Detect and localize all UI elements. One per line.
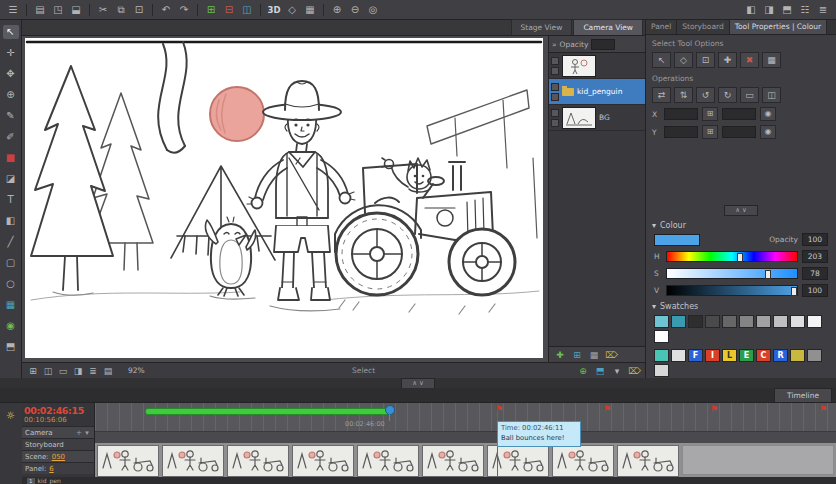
panel-view-icon[interactable]: ⬒ — [3, 340, 19, 354]
drawing-canvas[interactable] — [25, 38, 543, 358]
group-selection-icon[interactable]: ▦ — [762, 52, 781, 68]
colour-swatch[interactable] — [790, 349, 805, 362]
layer-lock-toggle[interactable] — [551, 119, 559, 127]
layer-row[interactable] — [549, 53, 645, 79]
duplicate-layer-icon[interactable]: ▦ — [588, 348, 600, 362]
marker-flag-icon[interactable]: ⚑ — [819, 404, 827, 414]
saturation-slider-handle[interactable] — [765, 270, 771, 279]
layer-grid-icon[interactable]: ▦ — [3, 298, 19, 312]
add-keyframe-icon[interactable]: + — [75, 429, 83, 437]
colour-swatch[interactable]: R — [773, 349, 788, 362]
layer-lock-toggle[interactable] — [551, 67, 559, 75]
panel-thumbnail[interactable] — [617, 445, 679, 477]
layout-menu-icon[interactable]: ≣ — [815, 3, 831, 17]
hue-value[interactable]: 203 — [802, 250, 828, 263]
layer-row[interactable]: BG — [549, 105, 645, 131]
colour-swatch[interactable] — [688, 315, 703, 328]
flip-vertical-icon[interactable]: ⇅ — [674, 87, 693, 103]
collapse-panel-icon[interactable]: » — [552, 40, 557, 49]
colour-swatch[interactable] — [654, 330, 669, 343]
panel-thumbnail[interactable] — [357, 445, 419, 477]
line-tool-icon[interactable]: ╱ — [3, 235, 19, 249]
rotate-cw-icon[interactable]: ↻ — [718, 87, 737, 103]
saturation-value[interactable]: 78 — [802, 267, 828, 280]
clear-selection-icon[interactable]: ✖ — [740, 52, 759, 68]
scene-value-link[interactable]: 050 — [52, 453, 65, 461]
colour-swatch[interactable]: E — [739, 349, 754, 362]
delete-layer-icon[interactable]: ⌦ — [605, 348, 617, 362]
distribute-icon[interactable]: ◫ — [762, 87, 781, 103]
hue-slider[interactable] — [666, 251, 798, 262]
paint-tool-icon[interactable]: ◧ — [3, 214, 19, 228]
camera-icon[interactable]: ◇ — [284, 3, 300, 17]
new-scene-icon[interactable]: ▤ — [32, 3, 48, 17]
main-menu-icon[interactable]: ☰ — [5, 3, 21, 17]
panel-thumbnail[interactable] — [422, 445, 484, 477]
panel-toggle-icon[interactable]: ⬒ — [594, 364, 606, 378]
redo-icon[interactable]: ↷ — [176, 3, 192, 17]
eraser-tool-icon[interactable]: ◪ — [3, 172, 19, 186]
pivot-centre-icon[interactable]: ◉ — [760, 125, 776, 139]
saturation-slider[interactable] — [666, 268, 798, 279]
colour-swatch[interactable] — [654, 349, 669, 362]
ellipse-tool-icon[interactable]: ○ — [3, 277, 19, 291]
grid-icon[interactable]: ▦ — [302, 3, 318, 17]
select-tool-icon[interactable]: ↖ — [652, 52, 671, 68]
timeline-ruler[interactable]: 00:02:46:00 ⚑ ⚑ ⚑ ⚑ — [95, 403, 836, 431]
transform-tool-icon[interactable]: ✛ — [3, 46, 19, 60]
colour-swatch[interactable] — [654, 315, 669, 328]
chevron-down-icon[interactable]: ▾ — [652, 221, 656, 230]
rotate-ccw-icon[interactable]: ↺ — [696, 87, 715, 103]
snap-option-icon[interactable]: ⊡ — [696, 52, 715, 68]
colour-swatch[interactable] — [756, 315, 771, 328]
panel-thumbnail[interactable] — [162, 445, 224, 477]
x-input[interactable] — [664, 108, 698, 120]
cut-icon[interactable]: ✂ — [95, 3, 111, 17]
value-slider[interactable] — [666, 285, 798, 296]
zoom-tool-icon[interactable]: ⊕ — [3, 88, 19, 102]
colour-swatch[interactable]: C — [756, 349, 771, 362]
layer-visibility-toggle[interactable] — [551, 57, 559, 65]
tab-tool-properties-colour[interactable]: Tool Properties | Colour — [730, 20, 827, 34]
undo-icon[interactable]: ↶ — [158, 3, 174, 17]
onion-skin-icon[interactable]: ◉ — [3, 319, 19, 333]
add-layer-icon[interactable]: ✚ — [554, 348, 566, 362]
storyboard-track-header[interactable]: Storyboard — [22, 438, 94, 450]
rows-view-icon[interactable]: ▤ — [102, 364, 114, 378]
pivot-grid-icon[interactable]: ⊞ — [702, 107, 718, 121]
layer-row-selected[interactable]: kid_penguin — [549, 79, 645, 105]
fit-to-panel-icon[interactable]: ▭ — [740, 87, 759, 103]
hue-slider-handle[interactable] — [737, 253, 743, 262]
lightbulb-icon[interactable]: ☼ — [6, 410, 15, 421]
layer-visibility-toggle[interactable] — [551, 83, 559, 91]
colour-swatch[interactable] — [705, 315, 720, 328]
marker-flag-icon[interactable]: ⚑ — [710, 404, 718, 414]
text-tool-icon[interactable]: T — [3, 193, 19, 207]
add-panel-icon[interactable]: ⊞ — [203, 3, 219, 17]
colour-swatch[interactable]: I — [705, 349, 720, 362]
colour-swatch[interactable] — [807, 349, 822, 362]
colour-swatch[interactable] — [790, 315, 805, 328]
colour-swatch[interactable] — [722, 315, 737, 328]
value-slider-handle[interactable] — [791, 287, 797, 296]
value-value[interactable]: 100 — [802, 284, 828, 297]
layer-visibility-toggle[interactable] — [551, 109, 559, 117]
toggle-top-panel-icon[interactable]: ⬒ — [779, 3, 795, 17]
tab-stage-view[interactable]: Stage View — [511, 19, 573, 35]
marker-flag-icon[interactable]: ⚑ — [603, 404, 611, 414]
pivot-grid-icon[interactable]: ⊞ — [702, 125, 718, 139]
3d-toggle-button[interactable]: 3D — [266, 3, 282, 17]
hand-tool-icon[interactable]: ✥ — [3, 67, 19, 81]
panel-thumbnail[interactable] — [552, 445, 614, 477]
panel-thumbnail[interactable] — [97, 445, 159, 477]
panel-thumbnail[interactable] — [227, 445, 289, 477]
add-icon[interactable]: ⊕ — [577, 364, 589, 378]
y-input[interactable] — [664, 126, 698, 138]
splitter-handle[interactable]: ∧ ∨ — [401, 378, 435, 389]
open-scene-icon[interactable]: ◳ — [50, 3, 66, 17]
zoom-level[interactable]: 92% — [128, 366, 145, 375]
toggle-right-panel-icon[interactable]: ◨ — [761, 3, 777, 17]
current-colour-swatch[interactable] — [654, 234, 700, 246]
opacity-value[interactable]: 100 — [802, 233, 828, 246]
colour-swatch[interactable]: F — [688, 349, 703, 362]
